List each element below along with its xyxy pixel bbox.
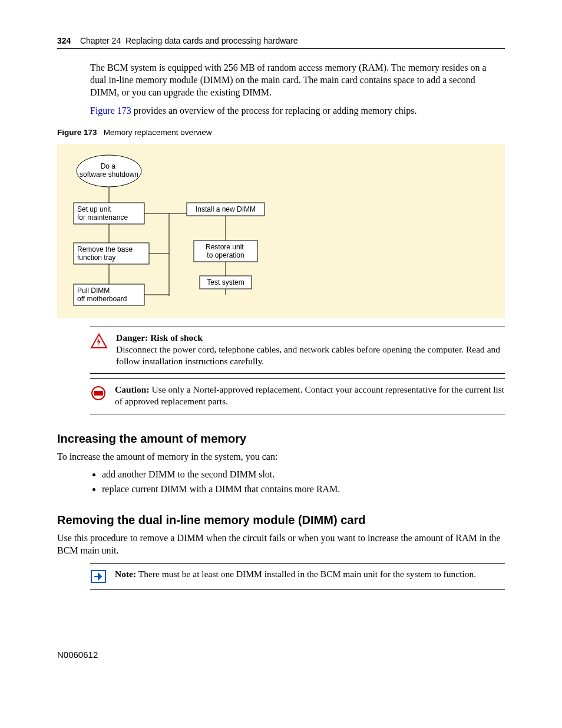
figure-caption: Figure 173 Memory replacement overview: [57, 127, 505, 138]
flow-step-3b: Restore unit to operation: [206, 243, 246, 259]
flow-step-4b: Test system: [207, 278, 244, 286]
intro-paragraph-1: The BCM system is equipped with 256 MB o…: [90, 62, 505, 98]
note-body: There must be at least one DIMM installe…: [136, 569, 476, 579]
note-callout: Note: There must be at least one DIMM in…: [90, 563, 505, 590]
section2-intro: Use this procedure to remove a DIMM when…: [57, 532, 505, 557]
flow-step-2b: Install a new DIMM: [196, 205, 256, 213]
caution-callout: Caution: Use only a Nortel-approved repl…: [90, 378, 505, 414]
heading-increasing-memory: Increasing the amount of memory: [57, 431, 505, 446]
caution-icon: [90, 385, 107, 401]
doc-id-footer: N0060612: [57, 649, 505, 661]
flowchart-diagram: Do a software shutdown Set up unit for m…: [57, 144, 505, 318]
intro-paragraph-2: Figure 173 provides an overview of the p…: [90, 105, 505, 117]
list-item: replace current DIMM with a DIMM that co…: [102, 483, 505, 496]
danger-icon: [90, 333, 108, 350]
page-header: 324 Chapter 24 Replacing data cards and …: [57, 35, 505, 49]
section1-intro: To increase the amount of memory in the …: [57, 451, 505, 463]
figure-link[interactable]: Figure 173: [90, 106, 131, 116]
note-icon: [90, 569, 107, 584]
list-item: add another DIMM to the second DIMM slot…: [102, 469, 505, 481]
svg-marker-20: [94, 391, 103, 396]
page-number: 324: [57, 36, 71, 45]
svg-marker-18: [91, 334, 107, 348]
danger-body: Disconnect the power cord, telephone cab…: [116, 344, 500, 366]
memory-options-list: add another DIMM to the second DIMM slot…: [90, 469, 505, 496]
chapter-title: Replacing data cards and processing hard…: [125, 36, 298, 45]
caution-body: Use only a Nortel-approved replacement. …: [115, 384, 504, 406]
danger-callout: Danger: Risk of shock Disconnect the pow…: [90, 327, 505, 374]
heading-removing-dimm: Removing the dual in-line memory module …: [57, 512, 505, 528]
chapter-label: Chapter 24: [80, 36, 121, 45]
